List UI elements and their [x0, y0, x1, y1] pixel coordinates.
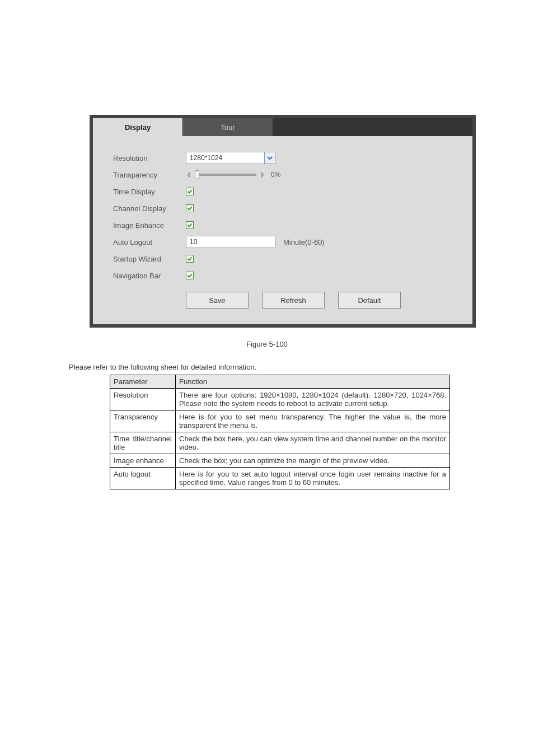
tab-tour[interactable]: Tour: [183, 118, 273, 136]
transparency-readout: 0%: [271, 171, 280, 179]
auto-logout-input[interactable]: 10: [186, 236, 275, 248]
refresh-label: Refresh: [280, 296, 306, 305]
slider-decrement-icon[interactable]: [186, 171, 191, 179]
cell-func: Check the box here, you can view system …: [176, 432, 450, 454]
table-row: Auto logout Here is for you to set auto …: [110, 468, 450, 489]
cell-param: Resolution: [110, 389, 176, 410]
row-startup-wizard: Startup Wizard: [93, 250, 472, 267]
default-label: Default: [358, 296, 381, 305]
save-label: Save: [209, 296, 226, 305]
slider-thumb[interactable]: [195, 170, 199, 179]
tab-display[interactable]: Display: [93, 118, 183, 136]
label-time-display: Time Display: [113, 188, 186, 196]
slider-increment-icon[interactable]: [260, 171, 265, 179]
row-auto-logout: Auto Logout 10 Minute(0-60): [93, 234, 472, 250]
display-settings-figure: Display Tour Resolution 1280*1024 Tran: [90, 115, 476, 328]
refresh-button[interactable]: Refresh: [262, 292, 325, 309]
row-navigation-bar: Navigation Bar: [93, 267, 472, 284]
row-image-enhance: Image Enhance: [93, 217, 472, 234]
label-image-enhance: Image Enhance: [113, 221, 186, 230]
image-enhance-checkbox[interactable]: [186, 221, 194, 229]
tabbar-filler: [273, 118, 472, 136]
time-display-checkbox[interactable]: [186, 188, 194, 195]
startup-wizard-checkbox[interactable]: [186, 255, 194, 263]
tab-display-label: Display: [125, 123, 151, 132]
cell-param: Transparency: [110, 410, 176, 432]
cell-param: Time title/channel title: [110, 432, 176, 454]
cell-param: Auto logout: [110, 468, 176, 489]
button-row: Save Refresh Default: [93, 284, 472, 309]
col-head-func: Function: [176, 375, 450, 389]
label-channel-display: Channel Display: [113, 204, 186, 213]
resolution-value: 1280*1024: [186, 152, 264, 164]
table-row: Resolution There are four options: 1920×…: [110, 389, 450, 410]
label-navigation-bar: Navigation Bar: [113, 272, 186, 280]
page-root: Display Tour Resolution 1280*1024 Tran: [0, 115, 534, 756]
caption-sub: Please refer to the following sheet for …: [69, 363, 534, 371]
settings-panel: Resolution 1280*1024 Transparency: [93, 136, 472, 324]
slider-track[interactable]: [195, 174, 256, 176]
parameter-table-wrap: Parameter Function Resolution There are …: [110, 375, 450, 489]
resolution-dropdown[interactable]: 1280*1024: [186, 152, 275, 164]
cell-param: Image enhance: [110, 454, 176, 468]
table-row: Time title/channel title Check the box h…: [110, 432, 450, 454]
row-time-display: Time Display: [93, 183, 472, 200]
row-transparency: Transparency 0%: [93, 166, 472, 183]
channel-display-checkbox[interactable]: [186, 204, 194, 212]
tab-tour-label: Tour: [221, 123, 235, 132]
auto-logout-suffix: Minute(0-60): [283, 238, 325, 246]
auto-logout-value: 10: [190, 238, 197, 246]
navigation-bar-checkbox[interactable]: [186, 272, 194, 279]
cell-func: Here is for you to set menu transparency…: [176, 410, 450, 432]
row-resolution: Resolution 1280*1024: [93, 150, 472, 166]
cell-func: Check the box; you can optimize the marg…: [176, 454, 450, 468]
tab-bar: Display Tour: [93, 118, 472, 136]
label-auto-logout: Auto Logout: [113, 238, 186, 246]
table-row: Image enhance Check the box; you can opt…: [110, 454, 450, 468]
parameter-table: Parameter Function Resolution There are …: [110, 375, 450, 489]
chevron-down-icon: [264, 152, 275, 164]
cell-func: Here is for you to set auto logout inter…: [176, 468, 450, 489]
default-button[interactable]: Default: [338, 292, 401, 309]
label-transparency: Transparency: [113, 171, 186, 179]
col-head-param: Parameter: [110, 375, 176, 389]
label-startup-wizard: Startup Wizard: [113, 255, 186, 263]
figure-caption: Figure 5-100: [0, 340, 534, 348]
cell-func: There are four options: 1920×1080, 1280×…: [176, 389, 450, 410]
table-row: Transparency Here is for you to set menu…: [110, 410, 450, 432]
row-channel-display: Channel Display: [93, 200, 472, 217]
label-resolution: Resolution: [113, 154, 186, 162]
transparency-slider[interactable]: 0%: [186, 171, 280, 179]
save-button[interactable]: Save: [186, 292, 249, 309]
